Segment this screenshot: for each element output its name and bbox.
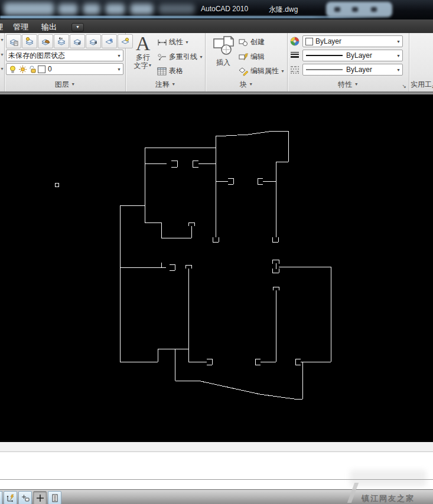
qat-button-blurred[interactable] [83, 4, 100, 15]
minimize-icon[interactable] [334, 7, 340, 12]
chevron-down-icon: ▼ [71, 82, 75, 86]
layer-tool-strip [6, 34, 134, 48]
chevron-down-icon: ▼ [281, 69, 285, 73]
bulb-icon[interactable] [8, 65, 17, 74]
lineweight-combo[interactable]: ByLayer ▼ [302, 50, 403, 61]
chevron-down-icon: ▼ [354, 82, 359, 86]
ribbon-minimize-button[interactable]: ▼ [71, 23, 84, 32]
watermark-text: 镇江网友之家 [362, 493, 415, 504]
dynamic-input-toggle[interactable] [4, 491, 17, 504]
lineweight-sample [306, 55, 343, 56]
panel-title-utilities[interactable]: 实用工具 [409, 80, 433, 90]
quick-properties-toggle[interactable] [48, 491, 61, 504]
unlock-icon[interactable] [28, 65, 37, 74]
mtext-icon: A [131, 34, 155, 53]
watermark-faint [350, 470, 427, 486]
edit-attributes-button[interactable]: 编辑属性 ▼ [239, 66, 285, 76]
panel-title-block[interactable]: 块 ▼ [206, 80, 287, 90]
chevron-down-icon: ▼ [185, 40, 189, 44]
color-swatch [305, 38, 313, 45]
window-controls[interactable] [326, 2, 392, 17]
chevron-down-icon: ▼ [199, 55, 203, 59]
title-bar: AutoCAD 2010 永隆.dwg [0, 0, 433, 19]
panel-layers: 未保存的图层状态 ▼ 0 ▼ 图层 ▼ [5, 33, 125, 91]
create-block-icon [239, 38, 249, 47]
panel-block: 插入 创建 编辑 编辑属性 ▼ 块 ▼ [206, 33, 287, 91]
layer-state-manager-button[interactable] [22, 34, 37, 48]
panel-title-layers[interactable]: 图层 ▼ [5, 80, 125, 90]
panel-title-annotation[interactable]: 注释 ▼ [126, 80, 205, 90]
autocad-window: AutoCAD 2010 永隆.dwg 理 管理 输出 ▼ ▼ ▼ ▼ 未保存的… [0, 0, 433, 504]
clipped-status-button[interactable] [0, 491, 2, 504]
linetype-combo[interactable]: ByLayer ▼ [302, 64, 403, 76]
qat-button-blurred[interactable] [158, 4, 195, 14]
panel-title-properties[interactable]: 特性 ▼ [288, 80, 409, 90]
qat-button-blurred[interactable] [58, 4, 78, 15]
table-icon [157, 67, 167, 76]
chevron-down-icon: ▼ [76, 25, 80, 29]
drawing-canvas[interactable] [0, 94, 433, 442]
linetype-icon[interactable] [290, 65, 300, 74]
chevron-down-icon: ▼ [395, 68, 401, 72]
mtext-label-2: 文字 [134, 61, 148, 70]
app-title: AutoCAD 2010 [201, 5, 248, 13]
chevron-down-icon[interactable]: ▼ [0, 38, 4, 42]
layer-color-swatch[interactable] [38, 66, 45, 73]
dimension-icon [157, 38, 167, 47]
mtext-label-1: 多行 [131, 53, 155, 61]
object-color-combo[interactable]: ByLayer ▼ [302, 35, 403, 47]
qat-button-blurred[interactable] [105, 4, 125, 15]
command-input-row[interactable] [0, 442, 433, 452]
lineweight-icon[interactable] [290, 51, 300, 60]
insert-block-button[interactable]: 插入 [210, 34, 237, 67]
tab-partial-clipped[interactable]: 理 [0, 22, 3, 32]
tab-output[interactable]: 输出 [41, 22, 57, 32]
floor-plan [0, 94, 433, 442]
chevron-down-icon: ▼ [148, 63, 152, 67]
mtext-button[interactable]: A 多行 文字▼ [131, 34, 155, 70]
status-toggle-group [0, 491, 63, 504]
command-area-divider [0, 479, 433, 480]
layer-previous-button[interactable] [54, 34, 69, 48]
command-history-area[interactable] [0, 452, 433, 489]
lineweight-display-toggle[interactable] [18, 491, 32, 504]
chevron-down-icon: ▼ [171, 82, 175, 86]
color-wheel-icon[interactable] [290, 37, 300, 46]
insert-label: 插入 [210, 58, 237, 67]
edit-block-button[interactable]: 编辑 [239, 52, 265, 62]
create-block-button[interactable]: 创建 [239, 37, 265, 47]
chevron-down-icon[interactable]: ▼ [0, 67, 4, 71]
document-title: 永隆.dwg [269, 5, 298, 15]
table-button[interactable]: 表格 [157, 66, 183, 76]
crosshair-toggle[interactable] [33, 491, 47, 504]
linetype-sample [306, 69, 343, 70]
layer-name-value: 0 [48, 65, 52, 73]
close-icon[interactable] [371, 7, 377, 12]
chevron-down-icon: ▼ [395, 54, 401, 58]
app-menu-button-blurred[interactable] [4, 2, 54, 15]
make-object-layer-current-button[interactable] [38, 34, 53, 48]
linear-dimension-button[interactable]: 线性 ▼ [157, 37, 189, 47]
tab-manage[interactable]: 管理 [13, 22, 28, 32]
panel-annotation: A 多行 文字▼ 线性 ▼ 多重引线 ▼ 表格 注释 ▼ [126, 33, 205, 91]
layer-state-combo[interactable]: 未保存的图层状态 ▼ [6, 50, 123, 61]
multileader-icon [157, 53, 167, 62]
qat-button-blurred[interactable] [130, 4, 154, 15]
sun-icon[interactable] [18, 65, 27, 74]
multileader-button[interactable]: 多重引线 ▼ [157, 52, 203, 62]
restore-icon[interactable] [352, 7, 358, 12]
panel-utilities: 测量 ▼ 实用工具 [409, 33, 433, 91]
layer-combo[interactable]: 0 ▼ [6, 63, 123, 75]
edit-block-icon [239, 53, 249, 62]
layer-unisolate-button[interactable] [86, 34, 101, 48]
linetype-value: ByLayer [346, 66, 372, 74]
layer-freeze-button[interactable] [102, 34, 117, 48]
panel-launcher-icon[interactable]: ↘ [402, 83, 406, 89]
layer-properties-button[interactable] [6, 34, 21, 48]
point-marker [55, 183, 58, 186]
color-value: ByLayer [315, 37, 341, 45]
chevron-down-icon[interactable]: ▼ [0, 53, 4, 57]
ribbon: ▼ ▼ ▼ 未保存的图层状态 ▼ 0 ▼ 图层 ▼ [0, 33, 433, 91]
chevron-down-icon: ▼ [249, 82, 253, 86]
layer-isolate-button[interactable] [70, 34, 85, 48]
